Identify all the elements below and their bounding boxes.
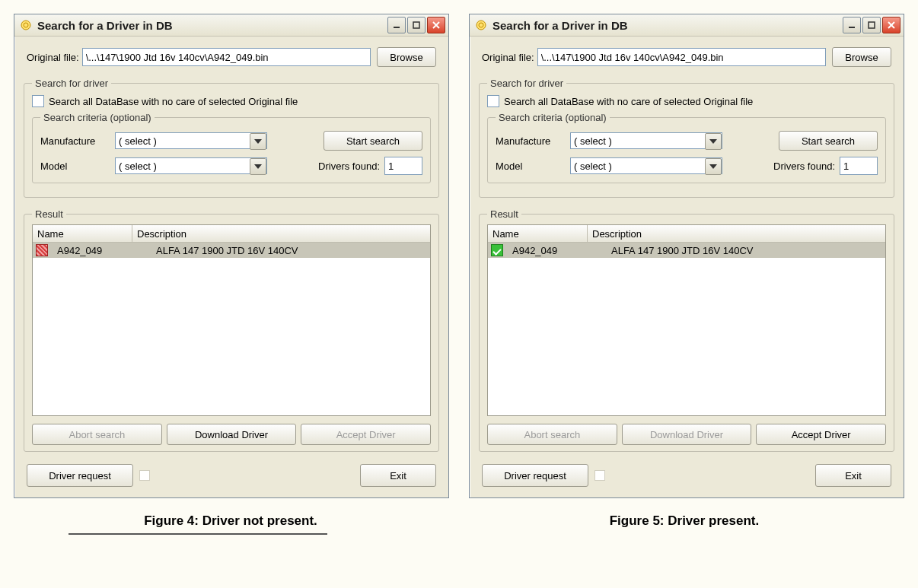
maximize-button[interactable]: [862, 17, 881, 33]
driver-request-button[interactable]: Driver request: [27, 464, 133, 487]
manufacture-value[interactable]: [570, 132, 722, 149]
criteria-grid: ManufactureStart searchModelDrivers foun…: [40, 131, 422, 175]
model-value[interactable]: [115, 157, 267, 174]
result-body: A942_049ALFA 147 1900 JTD 16V 140CV: [33, 243, 430, 415]
search-all-label: Search all DataBase with no care of sele…: [49, 96, 298, 107]
original-file-label: Original file:: [482, 52, 534, 63]
accept-driver-button[interactable]: Accept Driver: [301, 424, 431, 445]
chevron-down-icon[interactable]: [250, 133, 266, 150]
result-group: ResultNameDescriptionA942_049ALFA 147 19…: [479, 208, 894, 452]
figure-caption: Figure 5: Driver present.: [467, 513, 901, 529]
svg-rect-8: [849, 27, 855, 28]
chevron-down-icon[interactable]: [705, 133, 722, 150]
app-icon: [474, 18, 488, 32]
window-body: Original file:BrowseSearch for driverSea…: [14, 37, 448, 497]
close-button[interactable]: [882, 17, 900, 33]
search-all-row: Search all DataBase with no care of sele…: [32, 95, 431, 107]
search-for-driver-group: Search for driverSearch all DataBase wit…: [479, 78, 894, 198]
window-title: Search for a Driver in DB: [492, 19, 843, 32]
search-criteria-group: Search criteria (optional)ManufactureSta…: [32, 112, 431, 183]
col-desc-header[interactable]: Description: [132, 225, 430, 242]
bottom-row: Driver requestExit: [24, 458, 439, 490]
abort-search-button[interactable]: Abort search: [487, 424, 617, 445]
window-body: Original file:BrowseSearch for driverSea…: [470, 37, 904, 497]
svg-point-0: [21, 21, 30, 30]
search-for-driver-group: Search for driverSearch all DataBase wit…: [24, 78, 439, 198]
model-label: Model: [496, 161, 563, 172]
chevron-down-icon[interactable]: [705, 158, 722, 175]
table-row[interactable]: A942_049ALFA 147 1900 JTD 16V 140CV: [33, 243, 430, 258]
drivers-found-value: [840, 157, 878, 175]
manufacture-label: Manufacture: [496, 135, 563, 147]
row-desc: ALFA 147 1900 JTD 16V 140CV: [151, 245, 430, 256]
model-value[interactable]: [570, 157, 722, 174]
result-table[interactable]: NameDescriptionA942_049ALFA 147 1900 JTD…: [32, 224, 431, 416]
download-driver-button[interactable]: Download Driver: [622, 424, 752, 445]
chevron-down-icon[interactable]: [250, 158, 266, 175]
criteria-grid: ManufactureStart searchModelDrivers foun…: [496, 131, 878, 175]
manufacture-value[interactable]: [115, 132, 267, 149]
status-marker: [594, 470, 605, 481]
result-header: NameDescription: [33, 225, 430, 243]
result-body: A942_049ALFA 147 1900 JTD 16V 140CV: [488, 243, 885, 415]
svg-rect-3: [413, 22, 419, 28]
search-for-driver-legend: Search for driver: [32, 78, 111, 89]
exit-button[interactable]: Exit: [815, 464, 891, 487]
col-name-header[interactable]: Name: [488, 225, 588, 242]
original-file-row: Original file:Browse: [24, 47, 439, 67]
drivers-found-label: Drivers found:: [318, 161, 380, 172]
result-buttons: Abort searchDownload DriverAccept Driver: [32, 424, 431, 445]
browse-button[interactable]: Browse: [832, 47, 891, 67]
model-label: Model: [40, 161, 107, 172]
app-icon: [19, 18, 33, 32]
titlebar[interactable]: Search for a Driver in DB: [14, 14, 448, 37]
result-table[interactable]: NameDescriptionA942_049ALFA 147 1900 JTD…: [487, 224, 886, 416]
browse-button[interactable]: Browse: [377, 47, 436, 67]
search-all-row: Search all DataBase with no care of sele…: [487, 95, 886, 107]
result-legend: Result: [487, 208, 521, 220]
original-file-input[interactable]: [537, 48, 826, 66]
status-present-icon: [491, 244, 503, 256]
result-legend: Result: [32, 208, 66, 220]
search-all-checkbox[interactable]: [487, 95, 499, 107]
col-name-header[interactable]: Name: [33, 225, 132, 242]
svg-point-6: [477, 21, 486, 30]
bottom-row: Driver requestExit: [479, 458, 894, 490]
original-file-input[interactable]: [82, 48, 371, 66]
original-file-label: Original file:: [27, 52, 79, 63]
search-all-checkbox[interactable]: [32, 95, 44, 107]
abort-search-button[interactable]: Abort search: [32, 424, 162, 445]
search-criteria-group: Search criteria (optional)ManufactureSta…: [487, 112, 886, 183]
model-select[interactable]: [570, 157, 722, 174]
minimize-button[interactable]: [387, 17, 406, 33]
manufacture-select[interactable]: [570, 132, 722, 149]
drivers-found-label: Drivers found:: [773, 161, 835, 172]
manufacture-label: Manufacture: [40, 135, 107, 147]
start-search-button[interactable]: Start search: [779, 131, 878, 151]
start-search-button[interactable]: Start search: [324, 131, 422, 151]
table-row[interactable]: A942_049ALFA 147 1900 JTD 16V 140CV: [488, 243, 885, 258]
model-select[interactable]: [115, 157, 267, 174]
svg-rect-9: [869, 22, 875, 28]
driver-request-button[interactable]: Driver request: [482, 464, 588, 487]
drivers-found-value: [384, 157, 422, 175]
minimize-button[interactable]: [843, 17, 861, 33]
status-marker: [139, 470, 150, 481]
maximize-button[interactable]: [407, 17, 426, 33]
window-title: Search for a Driver in DB: [37, 19, 387, 32]
search-for-driver-legend: Search for driver: [487, 78, 566, 89]
download-driver-button[interactable]: Download Driver: [167, 424, 297, 445]
accept-driver-button[interactable]: Accept Driver: [756, 424, 886, 445]
result-buttons: Abort searchDownload DriverAccept Driver: [487, 424, 886, 445]
titlebar[interactable]: Search for a Driver in DB: [470, 14, 904, 37]
manufacture-select[interactable]: [115, 132, 267, 149]
result-header: NameDescription: [488, 225, 885, 243]
row-desc: ALFA 147 1900 JTD 16V 140CV: [607, 245, 885, 256]
search-criteria-legend: Search criteria (optional): [40, 112, 155, 123]
exit-button[interactable]: Exit: [360, 464, 436, 487]
close-button[interactable]: [427, 17, 445, 33]
col-desc-header[interactable]: Description: [588, 225, 885, 242]
svg-rect-2: [394, 27, 400, 28]
search-criteria-legend: Search criteria (optional): [496, 112, 610, 123]
dialog-window: Search for a Driver in DBOriginal file:B…: [469, 14, 904, 498]
